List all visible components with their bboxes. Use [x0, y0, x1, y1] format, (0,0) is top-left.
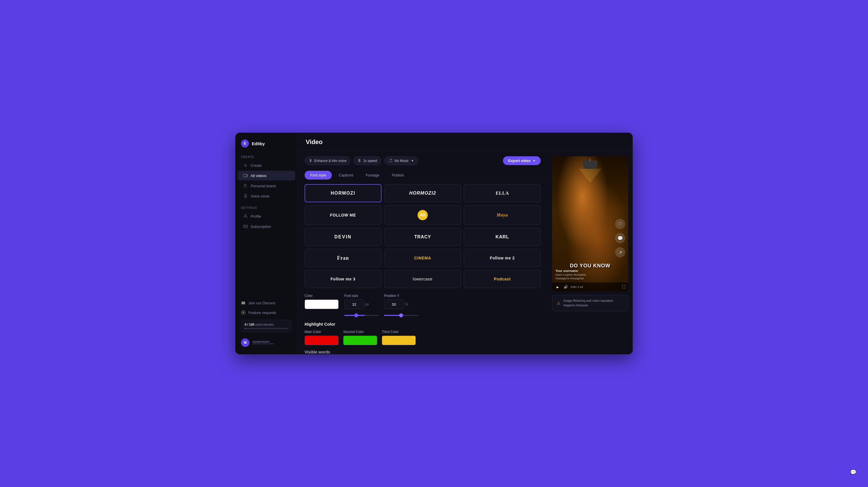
font-label-lowercase: lowercase — [413, 277, 432, 281]
tab-publish[interactable]: Publish — [386, 171, 410, 179]
font-label-fran: Fran — [337, 255, 349, 261]
svg-point-1 — [244, 184, 246, 186]
second-color-block[interactable] — [343, 336, 377, 345]
sidebar-item-profile[interactable]: Profile — [238, 211, 295, 221]
feature-requests-icon — [241, 310, 246, 315]
chat-bubble[interactable]: 💬 — [847, 466, 860, 479]
editor-panel: 🎙 Enhance & trim voice 🎚 1x speed 🎵 No M… — [298, 151, 548, 354]
svg-point-6 — [244, 303, 244, 303]
font-size-label: Font size — [344, 294, 378, 298]
logo-avatar: E — [241, 140, 249, 147]
time-display: 0:00 / 1:14 — [571, 286, 620, 288]
lamp-light — [579, 169, 601, 183]
font-label-ali: Ali — [417, 210, 428, 220]
share-action[interactable]: ↗ — [615, 247, 625, 257]
tab-captions[interactable]: Captions — [333, 171, 359, 179]
color-row: Main Color Second Color Third Color — [305, 330, 541, 345]
user-profile[interactable]: M — [238, 336, 295, 350]
font-card-maya[interactable]: Maya — [464, 205, 541, 225]
like-action[interactable]: ♡ — [615, 219, 625, 229]
create-section-label: CREATE — [235, 153, 298, 160]
position-y-control: Position Y % — [384, 294, 418, 317]
font-card-podcast[interactable]: Podcast — [464, 270, 541, 288]
sidebar-item-personal-brand[interactable]: Personal brand — [238, 181, 295, 191]
font-label-maya: Maya — [496, 212, 508, 218]
font-card-ella[interactable]: ELLA — [464, 184, 541, 202]
main-header: Video — [298, 133, 633, 151]
font-card-hormozi[interactable]: HORMOZI — [305, 184, 381, 202]
sub-bar-3 — [268, 343, 274, 344]
settings-section-label: SETTINGS — [235, 204, 298, 211]
sidebar-label-subscription: Subscription — [251, 225, 271, 229]
tab-footage[interactable]: Footage — [360, 171, 385, 179]
svg-rect-4 — [244, 225, 248, 228]
font-card-cinema[interactable]: CINEMA — [384, 249, 461, 267]
font-card-tracy[interactable]: TRACY — [384, 228, 461, 246]
video-username: Your username — [556, 269, 614, 273]
position-y-input[interactable] — [384, 299, 404, 309]
toolbar: 🎙 Enhance & trim voice 🎚 1x speed 🎵 No M… — [305, 156, 541, 165]
sidebar-item-feature-requests[interactable]: Feature requests — [238, 308, 295, 317]
font-card-follow-me[interactable]: FOLLOW ME — [305, 205, 381, 225]
export-chevron-icon: ▼ — [533, 159, 536, 162]
discord-icon — [241, 300, 246, 305]
font-card-fran[interactable]: Fran — [305, 249, 381, 267]
sidebar-item-subscription[interactable]: Subscription — [238, 222, 295, 231]
font-card-followme2[interactable]: Follow me 2 — [464, 249, 541, 267]
visible-words-label: Visible words — [305, 350, 330, 354]
color-control: Color — [305, 294, 339, 309]
export-btn[interactable]: Export video ▼ — [503, 156, 541, 165]
sidebar-label-personal-brand: Personal brand — [251, 184, 276, 188]
position-y-unit: % — [405, 302, 408, 306]
export-label: Export video — [508, 159, 530, 163]
controls-row: Color Font size px Po — [305, 294, 541, 317]
main-color-label: Main Color — [305, 330, 339, 334]
font-card-lowercase[interactable]: lowercase — [384, 270, 461, 288]
feature-requests-label: Feature requests — [248, 311, 276, 315]
volume-button[interactable]: 🔊 — [563, 284, 568, 290]
font-card-hormozi2[interactable]: HORMOZI2 — [384, 184, 461, 202]
svg-point-8 — [243, 312, 244, 313]
font-card-followme3[interactable]: Follow me 3 — [305, 270, 381, 288]
position-y-slider[interactable] — [384, 315, 418, 316]
fullscreen-button[interactable]: ⛶ — [622, 285, 625, 289]
main-content: Video 🎙 Enhance & trim voice 🎚 1x speed — [298, 133, 633, 354]
sidebar-item-all-videos[interactable]: All videos — [238, 171, 295, 180]
sidebar-item-create[interactable]: Create — [238, 161, 295, 170]
third-color-block[interactable] — [382, 336, 416, 345]
sub-bar-2 — [262, 343, 267, 344]
play-button[interactable]: ▶ — [555, 284, 561, 290]
usage-bar-fill — [245, 328, 246, 329]
speed-icon: 🎚 — [358, 159, 361, 163]
enhance-btn[interactable]: 🎙 Enhance & trim voice — [305, 156, 350, 165]
sidebar-label-voice-clone: Voice clone — [251, 194, 270, 198]
sidebar-item-discord[interactable]: Join our Discord — [238, 298, 295, 308]
font-card-karl[interactable]: KARL — [464, 228, 541, 246]
video-description: Insert a caption description#hastagOne #… — [556, 273, 614, 280]
video-caption: DO YOU KNOW — [552, 263, 628, 269]
music-btn[interactable]: 🎵 No Music ▼ — [384, 156, 418, 165]
tab-font-style[interactable]: Font style — [305, 171, 332, 179]
svg-rect-2 — [245, 194, 246, 196]
info-box: ⚠ Image flickering and voice repeated ha… — [552, 295, 628, 311]
sidebar-logo: E Editby — [235, 137, 298, 153]
font-card-devin[interactable]: DEVIN — [305, 228, 381, 246]
font-size-slider[interactable] — [344, 315, 378, 316]
comment-action[interactable]: 💬 — [615, 233, 625, 243]
main-body: 🎙 Enhance & trim voice 🎚 1x speed 🎵 No M… — [298, 151, 633, 354]
visible-words-section: Visible words — [305, 350, 541, 354]
video-bottom-info: Your username Insert a caption descripti… — [556, 269, 614, 280]
card-icon — [243, 224, 248, 229]
sidebar-item-voice-clone[interactable]: Voice clone — [238, 191, 295, 201]
third-color-item: Third Color — [382, 330, 416, 345]
svg-rect-0 — [244, 174, 247, 177]
font-label-hormozi: HORMOZI — [331, 191, 355, 196]
video-controls-bar: ▶ 🔊 0:00 / 1:14 ⛶ — [552, 282, 628, 291]
speed-btn[interactable]: 🎚 1x speed — [353, 156, 381, 165]
color-swatch[interactable] — [305, 299, 339, 309]
font-label-karl: KARL — [496, 234, 509, 239]
svg-point-3 — [245, 214, 246, 216]
font-size-input[interactable] — [344, 299, 364, 309]
font-card-ali[interactable]: Ali — [384, 205, 461, 225]
main-color-block[interactable] — [305, 336, 339, 345]
